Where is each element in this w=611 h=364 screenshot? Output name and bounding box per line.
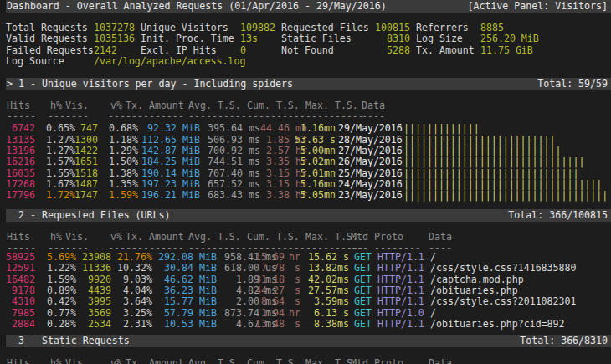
table-row[interactable]: 28840.28%25342.31%10.53MiB4.67ms13.48s8.… (0, 319, 611, 331)
cell-hits-percent: 0.65% (46, 123, 75, 134)
cell-hits: 58925 (6, 252, 35, 263)
cell-tx-unit: MiB (182, 146, 200, 156)
cell-cum-ts-unit: hr (289, 252, 300, 263)
column-header: Proto (374, 358, 403, 364)
panel-static-requests-header-bar[interactable]: 3 - Static Requests Total: 366/8310 (0, 335, 611, 347)
cell-hits-percent: 0.28% (47, 319, 76, 330)
cell-cum-ts-unit: s (295, 263, 300, 274)
cell-max-ts-unit: ms (337, 296, 349, 307)
cell-hits-percent: 1.22% (47, 263, 76, 274)
cell-max-ts: 42.02 (308, 274, 337, 285)
cell-visitors: 23908 (82, 252, 111, 263)
visitors-bar-chart: ||||||||||||||||||||||||||||||||||| (403, 190, 608, 201)
column-header: Hits (7, 232, 30, 243)
cell-max-ts: 15.62 (308, 252, 337, 263)
cell-max-ts: 53.63 (295, 135, 324, 146)
goaccess-dashboard: Dashboard - Overall Analyzed Requests (0… (0, 0, 611, 364)
cell-max-ts-unit: ms (337, 263, 349, 274)
cell-hits: 16035 (6, 168, 35, 179)
cell-avg-ts: 2.00 (236, 296, 259, 307)
cell-hits-percent: 0.77% (47, 308, 76, 319)
cell-tx-unit: MiB (199, 252, 217, 263)
cell-hits: 12591 (6, 263, 35, 274)
cell-cum-ts-unit: s (295, 296, 300, 307)
cell-protocol: HTTP/1.1 (377, 263, 424, 274)
cell-hits: 4310 (12, 296, 35, 307)
panel-title: 2 - Requested Files (URLs) (18, 209, 170, 222)
panel-requested-files-header-bar[interactable]: 2 - Requested Files (URLs) Total: 366/10… (0, 209, 611, 222)
cell-visitors-percent: 1.59% (109, 190, 138, 201)
active-panel-indicator: [Active Panel: Visitors] (467, 0, 608, 13)
cell-visitors: 1300 (74, 135, 98, 146)
column-header: Cum. T.S. (247, 232, 300, 243)
cell-tx-amount: 15.77 (164, 296, 193, 307)
cell-hits-percent: 1.67% (46, 179, 75, 190)
cell-tx-unit: MiB (182, 135, 200, 146)
separator-dash-group: ----- (7, 111, 36, 122)
cell-tx-amount: 46.62 (164, 274, 193, 285)
panel-visitors-header-bar[interactable]: > 1 - Unique visitors per day - Includin… (0, 78, 611, 90)
column-header: h% (50, 358, 62, 364)
cell-cum-ts: 3.15 (266, 179, 290, 190)
cell-max-ts: 27.57 (308, 285, 337, 296)
cell-date: 26/May/2016 (338, 156, 403, 167)
cell-max-ts: 6.13 (314, 308, 337, 319)
separator-dash-group: ---------- (247, 111, 306, 122)
cell-hits: 17796 (6, 190, 35, 201)
cell-avg-ts-unit: ms (249, 146, 260, 156)
cell-max-ts: 5.16 (300, 179, 324, 190)
summary-row: Failed Requests2142Excl. IP Hits0Not Fou… (0, 45, 611, 57)
cell-max-ts-unit: mn (324, 146, 336, 156)
cell-tx-amount: 36.23 (164, 285, 193, 296)
cell-hits-percent: 1.72% (46, 190, 75, 201)
table-row[interactable]: 177961.72%17471.59%196.21MiB683.43ms3.38… (0, 190, 611, 202)
column-header: h% (50, 100, 62, 111)
stat-value: 2142 (94, 45, 117, 56)
cell-visitors-percent: 3.25% (123, 308, 152, 319)
column-header: Hits (7, 100, 30, 111)
cell-cum-ts: 15.69 (255, 252, 285, 263)
cell-avg-ts-unit: ms (249, 156, 260, 167)
stat-label: Excl. IP Hits (141, 45, 217, 56)
app-title: Dashboard - Overall Analyzed Requests (0… (7, 0, 387, 13)
cell-max-ts-unit: mn (324, 190, 336, 201)
separator-dash-group: ---- (362, 111, 385, 122)
stat-value: 11.75 GiB (480, 45, 533, 56)
cell-avg-ts: 873.74 (224, 308, 259, 319)
cell-protocol: HTTP/1.1 (377, 319, 424, 330)
cell-avg-ts-unit: ms (249, 168, 260, 179)
stat-label: Tx. Amount (416, 45, 475, 56)
cell-tx-unit: MiB (182, 123, 200, 134)
cell-visitors-percent: 2.31% (123, 319, 152, 330)
cell-visitors: 1518 (74, 168, 98, 179)
cell-max-ts: 5.02 (300, 156, 324, 167)
cell-tx-amount: 30.84 (164, 263, 193, 274)
cell-tx-unit: MiB (182, 190, 200, 201)
cell-max-ts: 8.38 (314, 319, 337, 330)
cell-hits-percent: 1.59% (47, 274, 76, 285)
cell-cum-ts: 3.38 (266, 190, 290, 201)
cell-method: GET (354, 263, 372, 274)
cell-tx-amount: 112.65 (141, 135, 177, 146)
cell-visitors-percent: 3.64% (123, 296, 152, 307)
cell-visitors-percent: 1.50% (109, 156, 138, 167)
column-header: Tx. Amount (126, 232, 184, 243)
cell-tx-amount: 142.87 (141, 146, 177, 156)
cell-hits-percent: 1.27% (46, 146, 75, 156)
stat-label: Not Found (281, 45, 334, 56)
column-header: Vis. (65, 358, 89, 364)
visitors-bar-chart: ||||||||||||||||||||||||||||||| (403, 156, 584, 167)
stat-label: Failed Requests (6, 45, 94, 56)
cell-avg-ts-unit: ms (249, 123, 260, 134)
cell-protocol: HTTP/1.1 (377, 252, 424, 263)
cell-hits-percent: 1.57% (46, 156, 75, 167)
visitors-bar-chart: |||||||||||||||||||||||||||||||||| (403, 179, 602, 190)
cell-cum-ts: 44.46 (260, 123, 290, 134)
cell-max-ts-unit: mn (324, 156, 336, 167)
cell-date: 24/May/2016 (338, 179, 403, 190)
cell-max-ts-unit: mn (324, 179, 336, 190)
stat-value: 5288 (387, 45, 410, 56)
visitors-bar-chart: ||||||||||||| (403, 123, 480, 134)
panel-title: 3 - Static Requests (18, 335, 130, 347)
cell-avg-ts: 506.93 (208, 135, 243, 146)
